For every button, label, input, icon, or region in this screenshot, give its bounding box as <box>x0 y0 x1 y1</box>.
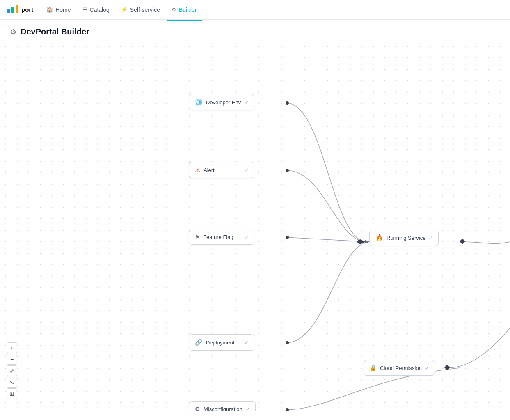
node-cloud-permission[interactable]: 🔒 Cloud Permission ⤢ <box>364 360 435 376</box>
nav-builder[interactable]: ⚙ Builder <box>167 4 202 16</box>
collapse-button[interactable]: ⊞ <box>7 388 17 399</box>
deployment-icon: 🔗 <box>195 339 203 346</box>
alert-icon: ⚠ <box>195 166 200 174</box>
svg-rect-14 <box>460 239 465 244</box>
fit-button[interactable]: ⤢ <box>7 365 17 376</box>
node-alert[interactable]: ⚠ Alert ⤢ <box>189 162 254 178</box>
developer-env-icon: 🧊 <box>195 99 203 106</box>
expand-button[interactable]: ⤡ <box>7 377 17 388</box>
node-developer-env[interactable]: 🧊 Developer Env ⤢ <box>189 94 254 110</box>
alert-expand[interactable]: ⤢ <box>245 168 248 173</box>
zoom-controls: + − ⤢ ⤡ ⊞ <box>7 342 17 399</box>
misconfiguration-label: Misconfiguration <box>204 406 242 412</box>
catalog-icon: ☰ <box>82 7 87 13</box>
arrows-svg <box>0 41 510 411</box>
home-icon: 🏠 <box>46 7 53 13</box>
feature-flag-icon: ⚑ <box>195 234 200 240</box>
nav-home[interactable]: 🏠 Home <box>41 4 75 16</box>
deployment-label: Deployment <box>206 340 241 346</box>
svg-rect-2 <box>16 5 18 13</box>
svg-rect-15 <box>444 365 450 370</box>
feature-flag-label: Feature Flag <box>203 234 241 240</box>
svg-point-8 <box>286 101 289 105</box>
misconfiguration-expand[interactable]: ⤢ <box>246 406 249 412</box>
running-service-icon: 🔥 <box>375 234 383 241</box>
self-service-icon: ⚡ <box>121 7 128 13</box>
logo[interactable]: port <box>7 3 33 16</box>
nav-bar: port 🏠 Home ☰ Catalog ⚡ Self-service ⚙ B… <box>0 0 510 20</box>
cloud-permission-label: Cloud Permission <box>380 365 422 371</box>
node-running-service[interactable]: 🔥 Running Service ⤢ <box>369 230 439 246</box>
alert-label: Alert <box>204 167 241 173</box>
nav-self-service[interactable]: ⚡ Self-service <box>116 4 165 16</box>
svg-marker-12 <box>360 239 365 244</box>
misconfiguration-icon: ⚙ <box>195 406 200 411</box>
canvas-area[interactable]: 🧊 Developer Env ⤢ ⚠ Alert ⤢ ⚑ Feature Fl… <box>0 41 510 411</box>
builder-icon: ⚙ <box>172 7 176 13</box>
zoom-out-button[interactable]: − <box>7 354 17 365</box>
node-feature-flag[interactable]: ⚑ Feature Flag ⤢ <box>189 230 254 245</box>
svg-marker-4 <box>365 240 369 243</box>
feature-flag-expand[interactable]: ⤢ <box>245 234 248 240</box>
developer-env-label: Developer Env <box>206 99 241 106</box>
zoom-in-button[interactable]: + <box>7 342 17 353</box>
node-misconfiguration[interactable]: ⚙ Misconfiguration ⤢ <box>189 401 256 411</box>
svg-point-13 <box>357 240 361 244</box>
developer-env-expand[interactable]: ⤢ <box>245 100 248 105</box>
svg-marker-5 <box>365 240 369 243</box>
svg-point-9 <box>286 169 289 172</box>
deployment-expand[interactable]: ⤢ <box>245 340 248 345</box>
node-deployment[interactable]: 🔗 Deployment ⤢ <box>189 334 254 351</box>
cloud-permission-icon: 🔒 <box>370 365 377 371</box>
svg-point-7 <box>286 236 289 239</box>
page-title: DevPortal Builder <box>21 27 89 37</box>
svg-rect-0 <box>7 9 10 13</box>
cloud-permission-expand[interactable]: ⤢ <box>425 365 429 371</box>
svg-point-10 <box>286 341 289 344</box>
running-service-expand[interactable]: ⤢ <box>429 235 432 241</box>
nav-catalog[interactable]: ☰ Catalog <box>78 4 114 16</box>
svg-marker-3 <box>365 240 369 243</box>
running-service-label: Running Service <box>387 235 425 241</box>
page-header: ⚙ DevPortal Builder <box>0 20 510 41</box>
page-icon: ⚙ <box>10 28 16 37</box>
svg-point-11 <box>286 408 289 411</box>
svg-rect-1 <box>11 7 14 13</box>
svg-marker-6 <box>365 240 369 243</box>
